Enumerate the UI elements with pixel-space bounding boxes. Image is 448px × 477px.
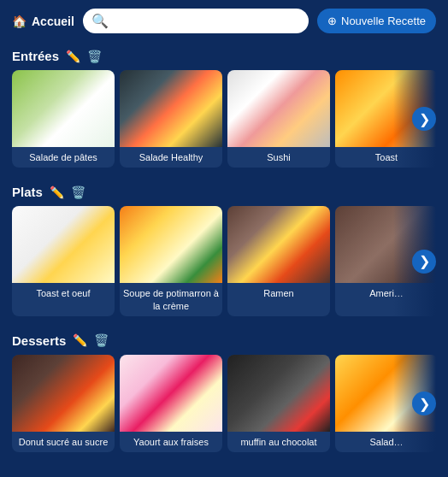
- cards-row-desserts: Donut sucré au sucreYaourt aux fraisesmu…: [12, 355, 436, 452]
- arrow-button-plats[interactable]: ❯: [412, 250, 436, 274]
- home-icon: 🏠: [12, 15, 27, 28]
- card-img-sushi: [227, 70, 330, 147]
- card-label-toast-oeuf: Toast et oeuf: [12, 283, 115, 303]
- plus-circle-icon: ⊕: [327, 15, 337, 27]
- arrow-button-desserts[interactable]: ❯: [412, 392, 436, 415]
- card-soupe[interactable]: Soupe de potimarron à la crème: [120, 206, 222, 316]
- section-header-plats: Plats✏️🗑️: [12, 185, 436, 199]
- sections-container: Entrées✏️🗑️Salade de pâtesSalade Healthy…: [0, 42, 448, 452]
- delete-icon-entrees[interactable]: 🗑️: [87, 50, 102, 63]
- card-label-ramen: Ramen: [227, 283, 330, 303]
- card-img-soupe: [120, 206, 222, 283]
- cards-row-wrap-entrees: Salade de pâtesSalade HealthySushiToast❯: [12, 70, 436, 168]
- section-title-plats: Plats: [12, 185, 43, 199]
- search-icon: 🔍: [91, 13, 109, 29]
- edit-icon-plats[interactable]: ✏️: [50, 186, 64, 199]
- card-img-donut: [12, 355, 115, 432]
- card-muffin[interactable]: muffin au chocolat: [227, 355, 330, 452]
- card-img-muffin: [227, 355, 330, 432]
- card-img-ramen: [227, 206, 330, 283]
- card-label-soupe: Soupe de potimarron à la crème: [120, 283, 222, 316]
- edit-icon-desserts[interactable]: ✏️: [73, 333, 87, 347]
- home-button[interactable]: 🏠 Accueil: [12, 15, 74, 28]
- card-img-salade-pates: [12, 70, 115, 147]
- search-bar[interactable]: 🔍: [83, 9, 309, 33]
- cards-row-entrees: Salade de pâtesSalade HealthySushiToast: [12, 70, 436, 168]
- card-salade-pates[interactable]: Salade de pâtes: [12, 70, 115, 168]
- cards-row-plats: Toast et oeufSoupe de potimarron à la cr…: [12, 206, 436, 316]
- card-label-donut: Donut sucré au sucre: [12, 432, 115, 452]
- section-desserts: Desserts✏️🗑️Donut sucré au sucreYaourt a…: [0, 327, 448, 452]
- card-label-ameri: Ameri…: [335, 283, 436, 303]
- card-sushi[interactable]: Sushi: [227, 70, 330, 168]
- section-plats: Plats✏️🗑️Toast et oeufSoupe de potimarro…: [0, 178, 448, 316]
- delete-icon-plats[interactable]: 🗑️: [71, 186, 85, 199]
- card-img-toast-oeuf: [12, 206, 115, 283]
- search-input[interactable]: [113, 15, 300, 27]
- section-title-entrees: Entrées: [12, 49, 59, 63]
- card-label-salade-healthy: Salade Healthy: [120, 147, 222, 168]
- section-title-desserts: Desserts: [12, 333, 66, 348]
- card-img-salade-healthy: [120, 70, 222, 147]
- card-label-toast: Toast: [335, 147, 436, 168]
- card-toast-oeuf[interactable]: Toast et oeuf: [12, 206, 115, 316]
- arrow-button-entrees[interactable]: ❯: [412, 107, 436, 131]
- card-label-salad-d: Salad…: [335, 432, 436, 452]
- cards-row-wrap-plats: Toast et oeufSoupe de potimarron à la cr…: [12, 206, 436, 316]
- section-header-entrees: Entrées✏️🗑️: [12, 49, 436, 63]
- new-recipe-label: Nouvelle Recette: [341, 15, 426, 27]
- section-entrees: Entrées✏️🗑️Salade de pâtesSalade Healthy…: [0, 42, 448, 168]
- header: 🏠 Accueil 🔍 ⊕ Nouvelle Recette: [0, 0, 448, 42]
- section-header-desserts: Desserts✏️🗑️: [12, 333, 436, 348]
- card-ramen[interactable]: Ramen: [227, 206, 330, 316]
- card-img-yaourt: [120, 355, 222, 432]
- card-salade-healthy[interactable]: Salade Healthy: [120, 70, 222, 168]
- card-label-salade-pates: Salade de pâtes: [12, 147, 115, 168]
- cards-row-wrap-desserts: Donut sucré au sucreYaourt aux fraisesmu…: [12, 355, 436, 452]
- new-recipe-button[interactable]: ⊕ Nouvelle Recette: [317, 9, 436, 33]
- card-label-muffin: muffin au chocolat: [227, 432, 330, 452]
- delete-icon-desserts[interactable]: 🗑️: [94, 333, 109, 347]
- card-label-sushi: Sushi: [227, 147, 330, 168]
- card-label-yaourt: Yaourt aux fraises: [120, 432, 222, 452]
- home-label: Accueil: [32, 15, 74, 28]
- card-yaourt[interactable]: Yaourt aux fraises: [120, 355, 222, 452]
- card-donut[interactable]: Donut sucré au sucre: [12, 355, 115, 452]
- edit-icon-entrees[interactable]: ✏️: [66, 50, 80, 63]
